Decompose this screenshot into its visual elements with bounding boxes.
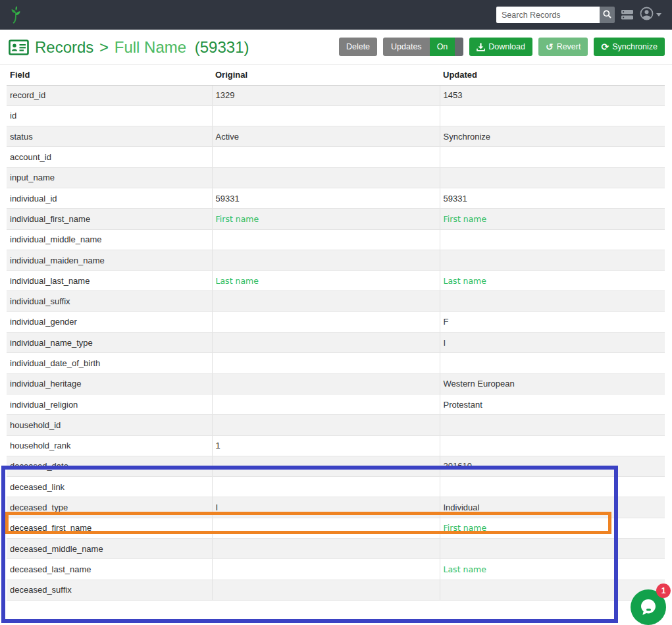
updates-toggle-handle[interactable] [455, 38, 463, 56]
updated-cell: Protestant [440, 394, 665, 414]
original-cell [212, 147, 440, 167]
updates-on-button[interactable]: On [430, 38, 455, 56]
records-batch-icon[interactable] [621, 10, 633, 20]
original-cell [212, 312, 440, 332]
search-icon [603, 10, 611, 20]
field-cell: deceased_link [7, 477, 212, 497]
table-row: deceased_last_name Last name [7, 559, 665, 580]
updated-cell: F [440, 312, 665, 332]
field-cell: record_id [7, 85, 212, 105]
table-row: individual_date_of_birth [7, 353, 665, 373]
updated-cell: Individual [440, 497, 665, 518]
updated-cell: Western European [440, 373, 665, 394]
field-cell: individual_date_of_birth [7, 353, 212, 373]
updated-cell [440, 353, 665, 373]
delete-button[interactable]: Delete [339, 38, 377, 56]
breadcrumb-records-link[interactable]: Records [35, 38, 93, 56]
updated-cell: Synchronize [440, 126, 665, 147]
table-row: account_id [7, 147, 665, 167]
table-row: individual_suffix [7, 291, 665, 312]
field-cell: household_id [7, 415, 212, 435]
field-cell: individual_last_name [7, 271, 212, 291]
original-cell [212, 518, 440, 538]
table-row: individual_religion Protestant [7, 394, 665, 414]
search-group [496, 7, 615, 23]
updated-cell [440, 580, 665, 600]
navbar-right-cluster [496, 7, 661, 23]
updated-cell: Last name [440, 559, 665, 580]
column-header-updated: Updated [440, 65, 665, 85]
table-row: individual_middle_name [7, 229, 665, 250]
revert-icon: ↺ [546, 42, 554, 51]
synchronize-button[interactable]: ⟳ Synchronize [594, 38, 665, 56]
record-id-label: (59331) [195, 38, 249, 56]
updated-cell [440, 539, 665, 559]
updated-cell [440, 229, 665, 250]
updated-cell [440, 105, 665, 126]
record-name-label: Full Name [115, 38, 186, 56]
table-row: deceased_first_name First name [7, 518, 665, 538]
search-button[interactable] [600, 7, 615, 23]
id-card-icon [9, 40, 29, 55]
sprout-logo-icon[interactable] [9, 6, 23, 24]
field-cell: deceased_type [7, 497, 212, 518]
original-cell: 1 [212, 435, 440, 456]
updated-cell [440, 147, 665, 167]
updates-label-button[interactable]: Updates [383, 38, 430, 56]
field-cell: input_name [7, 167, 212, 188]
field-cell: deceased_suffix [7, 580, 212, 600]
updated-cell [440, 167, 665, 188]
field-cell: id [7, 105, 212, 126]
table-header-row: Field Original Updated [7, 65, 665, 85]
original-cell: 59331 [212, 188, 440, 208]
field-cell: individual_heritage [7, 373, 212, 394]
field-cell: deceased_middle_name [7, 539, 212, 559]
original-cell [212, 167, 440, 188]
table-row: deceased_link [7, 477, 665, 497]
field-cell: account_id [7, 147, 212, 167]
original-cell [212, 559, 440, 580]
field-cell: individual_maiden_name [7, 250, 212, 270]
table-row: individual_first_name First name First n… [7, 209, 665, 229]
table-row: deceased_middle_name [7, 539, 665, 559]
original-cell [212, 477, 440, 497]
field-cell: individual_religion [7, 394, 212, 414]
table-row: individual_maiden_name [7, 250, 665, 270]
table-row: deceased_date 201610 [7, 456, 665, 476]
search-input[interactable] [496, 7, 600, 23]
page-title: Records > Full Name (59331) [9, 38, 249, 57]
table-row: record_id 1329 1453 [7, 85, 665, 105]
field-cell: deceased_date [7, 456, 212, 476]
table-row: deceased_suffix [7, 580, 665, 600]
updated-cell: Last name [440, 271, 665, 291]
field-cell: deceased_last_name [7, 559, 212, 580]
original-cell [212, 105, 440, 126]
table-row: individual_name_type I [7, 333, 665, 353]
revert-button[interactable]: ↺ Revert [538, 38, 588, 56]
updated-cell [440, 415, 665, 435]
original-cell [212, 456, 440, 476]
user-menu-button[interactable] [640, 7, 661, 23]
breadcrumb-separator: > [99, 38, 109, 56]
speech-bubble-icon [638, 597, 658, 617]
updates-toggle: Updates On [383, 38, 463, 56]
updated-cell [440, 435, 665, 456]
updated-cell: 59331 [440, 188, 665, 208]
updated-cell [440, 291, 665, 312]
original-cell: 1329 [212, 85, 440, 105]
table-row: deceased_type I Individual [7, 497, 665, 518]
original-cell: I [212, 497, 440, 518]
table-row: status Active Synchronize [7, 126, 665, 147]
field-cell: deceased_first_name [7, 518, 212, 538]
field-cell: status [7, 126, 212, 147]
column-header-original: Original [212, 65, 440, 85]
updated-cell [440, 250, 665, 270]
original-cell: First name [212, 209, 440, 229]
top-navbar [0, 0, 672, 30]
original-cell [212, 415, 440, 435]
column-header-field: Field [7, 65, 212, 85]
download-button[interactable]: Download [469, 38, 532, 56]
updated-cell: First name [440, 209, 665, 229]
table-row: household_rank 1 [7, 435, 665, 456]
chevron-down-icon [656, 13, 661, 16]
